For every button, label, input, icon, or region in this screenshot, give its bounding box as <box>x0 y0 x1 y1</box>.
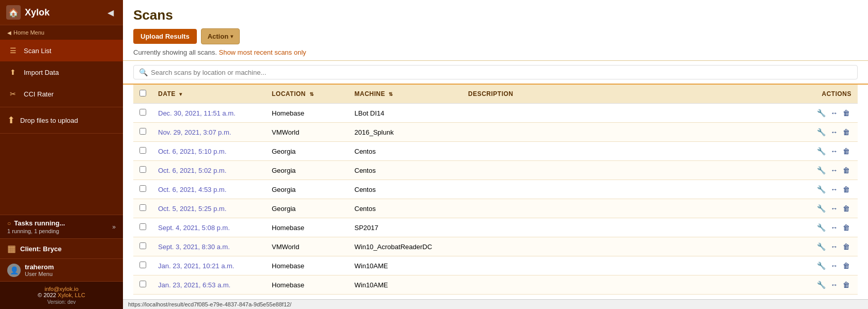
tasks-subtitle: 1 running, 1 pending <box>7 228 65 234</box>
row-location: Homebase <box>266 275 348 295</box>
sidebar-scroll-area: Home Menu ☰ Scan List ⬆ Import Data ✂ CC… <box>0 25 123 215</box>
th-machine[interactable]: MACHINE ⇅ <box>348 85 462 104</box>
delete-button[interactable]: 🗑 <box>841 127 851 137</box>
footer-company-link[interactable]: Xylok, LLC <box>58 292 85 298</box>
row-checkbox[interactable] <box>140 262 146 268</box>
table-row: Jan. 23, 2021, 6:42 a.m. VMWorld Win7IE1… <box>133 295 858 300</box>
row-checkbox[interactable] <box>140 242 146 249</box>
user-section[interactable]: 👤 traherom User Menu <box>0 258 123 281</box>
row-checkbox-cell <box>133 295 152 300</box>
row-checkbox[interactable] <box>140 223 146 230</box>
row-machine: Centos <box>348 161 462 180</box>
compare-button[interactable]: ↔ <box>829 127 839 137</box>
delete-button[interactable]: 🗑 <box>841 241 851 252</box>
th-select-all[interactable] <box>133 85 152 104</box>
row-date-link[interactable]: Nov. 29, 2021, 3:07 p.m. <box>158 128 231 136</box>
row-machine: Centos <box>348 180 462 199</box>
row-checkbox[interactable] <box>140 109 146 116</box>
row-date-link[interactable]: Oct. 5, 2021, 5:25 p.m. <box>158 205 226 213</box>
row-actions: 🔧 ↔ 🗑 <box>806 180 858 199</box>
compare-button[interactable]: ↔ <box>829 280 839 290</box>
delete-button[interactable]: 🗑 <box>841 146 851 156</box>
row-location: Georgia <box>266 180 348 199</box>
row-checkbox[interactable] <box>140 185 146 192</box>
main-content: Scans Upload Results Action ▾ Currently … <box>123 0 868 309</box>
delete-button[interactable]: 🗑 <box>841 184 851 194</box>
row-checkbox[interactable] <box>140 204 146 211</box>
tasks-expand-icon[interactable]: » <box>112 223 116 231</box>
row-date-link[interactable]: Jan. 23, 2021, 10:21 a.m. <box>158 262 234 270</box>
edit-button[interactable]: 🔧 <box>815 203 827 214</box>
delete-button[interactable]: 🗑 <box>841 165 851 175</box>
compare-button[interactable]: ↔ <box>829 241 839 252</box>
edit-button[interactable]: 🔧 <box>815 165 827 175</box>
compare-button[interactable]: ↔ <box>829 203 839 214</box>
row-actions: 🔧 ↔ 🗑 <box>806 295 858 300</box>
row-date-link[interactable]: Oct. 6, 2021, 4:53 p.m. <box>158 186 226 193</box>
th-location[interactable]: LOCATION ⇅ <box>266 85 348 104</box>
edit-button[interactable]: 🔧 <box>815 241 827 252</box>
row-description <box>462 237 806 256</box>
sidebar-item-scan-list[interactable]: ☰ Scan List <box>0 40 123 61</box>
sidebar-item-drop-files[interactable]: ⬆ Drop files to upload <box>0 109 123 131</box>
row-machine: Win10AME <box>348 275 462 295</box>
client-icon: ▦ <box>7 243 16 254</box>
edit-button[interactable]: 🔧 <box>815 127 827 137</box>
tasks-section[interactable]: Tasks running... 1 running, 1 pending » <box>0 215 123 238</box>
compare-button[interactable]: ↔ <box>829 165 839 175</box>
import-icon: ⬆ <box>7 67 19 78</box>
row-date-link[interactable]: Oct. 6, 2021, 5:10 p.m. <box>158 148 226 155</box>
upload-results-button[interactable]: Upload Results <box>133 29 197 44</box>
row-checkbox[interactable] <box>140 281 146 287</box>
row-location: Georgia <box>266 161 348 180</box>
sidebar-item-import-data[interactable]: ⬆ Import Data <box>0 61 123 83</box>
edit-button[interactable]: 🔧 <box>815 280 827 290</box>
row-checkbox[interactable] <box>140 128 146 135</box>
row-date-link[interactable]: Sept. 3, 2021, 8:30 a.m. <box>158 243 230 251</box>
row-actions: 🔧 ↔ 🗑 <box>806 161 858 180</box>
compare-button[interactable]: ↔ <box>829 222 839 233</box>
footer-email-link[interactable]: info@xylok.io <box>44 286 79 292</box>
th-date[interactable]: DATE ▾ <box>152 85 266 104</box>
delete-button[interactable]: 🗑 <box>841 261 851 271</box>
compare-button[interactable]: ↔ <box>829 146 839 156</box>
sidebar-logo[interactable]: 🏠 Xylok <box>6 5 50 20</box>
row-checkbox[interactable] <box>140 166 146 173</box>
row-actions: 🔧 ↔ 🗑 <box>806 256 858 275</box>
delete-button[interactable]: 🗑 <box>841 222 851 233</box>
client-label: Client: Bryce <box>20 245 61 253</box>
table-body: Dec. 30, 2021, 11:51 a.m. Homebase LBot … <box>133 104 858 300</box>
action-button[interactable]: Action ▾ <box>201 28 240 44</box>
row-checkbox[interactable] <box>140 147 146 154</box>
sidebar-footer: info@xylok.io © 2022 Xylok, LLC Version:… <box>0 281 123 309</box>
row-actions: 🔧 ↔ 🗑 <box>806 123 858 142</box>
edit-button[interactable]: 🔧 <box>815 222 827 233</box>
compare-button[interactable]: ↔ <box>829 108 839 118</box>
compare-button[interactable]: ↔ <box>829 184 839 194</box>
row-checkbox-cell <box>133 199 152 218</box>
sidebar-item-cci-rater[interactable]: ✂ CCI Rater <box>0 83 123 105</box>
search-input[interactable] <box>151 69 852 76</box>
edit-button[interactable]: 🔧 <box>815 146 827 156</box>
sidebar-collapse-button[interactable]: ◀ <box>104 7 117 19</box>
show-recent-link[interactable]: Show most recent scans only <box>219 48 306 56</box>
sidebar-home-menu[interactable]: Home Menu <box>0 25 123 40</box>
delete-button[interactable]: 🗑 <box>841 280 851 290</box>
row-date: Oct. 6, 2021, 5:02 p.m. <box>152 161 266 180</box>
row-date-link[interactable]: Dec. 30, 2021, 11:51 a.m. <box>158 109 236 117</box>
edit-button[interactable]: 🔧 <box>815 261 827 271</box>
compare-button[interactable]: ↔ <box>829 261 839 271</box>
client-section[interactable]: ▦ Client: Bryce <box>0 238 123 258</box>
edit-button[interactable]: 🔧 <box>815 108 827 118</box>
row-actions: 🔧 ↔ 🗑 <box>806 275 858 295</box>
row-date-link[interactable]: Jan. 23, 2021, 6:53 a.m. <box>158 281 230 289</box>
select-all-checkbox[interactable] <box>140 90 146 96</box>
row-date: Oct. 6, 2021, 4:53 p.m. <box>152 180 266 199</box>
delete-button[interactable]: 🗑 <box>841 203 851 214</box>
row-date-link[interactable]: Oct. 6, 2021, 5:02 p.m. <box>158 167 226 174</box>
sidebar-item-label: CCI Rater <box>24 90 54 98</box>
upload-icon: ⬆ <box>7 115 15 126</box>
edit-button[interactable]: 🔧 <box>815 184 827 194</box>
delete-button[interactable]: 🗑 <box>841 108 851 118</box>
row-date-link[interactable]: Sept. 4, 2021, 5:08 p.m. <box>158 224 230 232</box>
